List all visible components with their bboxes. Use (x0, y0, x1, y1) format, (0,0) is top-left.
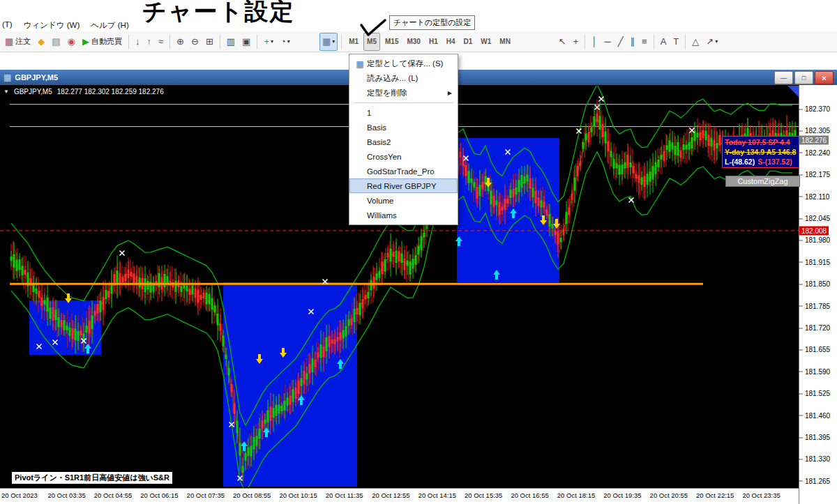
cursor-button[interactable]: ↖ (556, 33, 569, 51)
alert-sound-button[interactable]: ◉ (65, 33, 78, 51)
timeframe-m30[interactable]: M30 (403, 33, 423, 51)
text-label-button[interactable]: T (670, 33, 681, 51)
chart-symbol: GBPJPY,M5 (14, 88, 52, 96)
menu-item-window[interactable]: ウィンドウ (W) (24, 20, 80, 31)
print-button[interactable]: ▤ (49, 33, 63, 51)
timeframe-h1[interactable]: H1 (425, 33, 442, 51)
trendline-button[interactable]: ╱ (615, 33, 626, 51)
symbol-collapse-icon[interactable]: ▼ (3, 89, 9, 95)
toolbar-separator (585, 35, 585, 49)
submenu-arrow-icon: ▶ (448, 90, 452, 96)
menu-item-template-red-river-gbpjpy[interactable]: Red River GBPJPY (349, 178, 458, 193)
bar-chart-button[interactable]: ↓ (133, 33, 143, 51)
minimize-button[interactable]: — (774, 71, 793, 84)
crosshair-button[interactable]: + (571, 33, 582, 51)
menu-item-template-basis2[interactable]: Basis2 (349, 135, 458, 149)
price-axis-label: 181.785 (805, 302, 830, 310)
template-button-caret-icon[interactable]: ▾ (332, 38, 335, 45)
info-line-ls: L-(48.62)S-(137.52) (725, 157, 797, 167)
favorites-button[interactable]: ◆ (35, 33, 47, 51)
close-button[interactable]: × (815, 71, 834, 84)
custom-zigzag-button[interactable]: CustomZigZag (725, 176, 800, 187)
horizontal-line-button[interactable]: ─ (601, 33, 613, 51)
menu-item-label: 1 (367, 109, 452, 117)
template-button-icon: ▦ (322, 37, 331, 46)
arrow-tools-button-icon: ↗ (706, 37, 714, 46)
tile-windows-button[interactable]: ⊞ (203, 33, 216, 51)
annotation-check-icon (359, 18, 388, 38)
alert-sound-button-icon: ◉ (68, 37, 75, 46)
time-axis-label: 20 Oct 06:15 (140, 491, 178, 499)
arrow-tools-button[interactable]: ↗▾ (703, 33, 721, 51)
timeframe-w1[interactable]: W1 (477, 33, 495, 51)
menu-item-template-crossyen[interactable]: CrossYen (349, 149, 458, 164)
text-button[interactable]: A (658, 33, 670, 51)
period-selector-button[interactable]: ◔▾ (278, 33, 293, 51)
menu-item-template-basis[interactable]: Basis (349, 120, 458, 135)
timeframe-h4[interactable]: H4 (443, 33, 459, 51)
menu-item-template-williams[interactable]: Williams (349, 208, 458, 222)
vertical-line-button-icon: │ (591, 37, 597, 46)
menu-item-delete-template[interactable]: 定型を削除▶ (349, 86, 458, 100)
arrow-tools-button-caret-icon[interactable]: ▾ (715, 38, 718, 45)
fibonacci-button[interactable]: ≡ (639, 33, 650, 51)
timeframe-h1-label: H1 (429, 38, 438, 45)
restore-button[interactable]: □ (794, 71, 813, 84)
menu-item-template-godstartrade-pro[interactable]: GodStarTrade_Pro (349, 164, 458, 178)
time-axis-label: 20 Oct 20:55 (650, 491, 688, 499)
time-axis-label: 20 Oct 16:55 (511, 491, 548, 499)
add-indicator-button-caret-icon[interactable]: ▾ (271, 38, 273, 45)
horizontal-line-button-icon: ─ (604, 37, 610, 46)
zoom-out-button[interactable]: ⊖ (188, 33, 202, 51)
menu-item-label: Basis (367, 123, 452, 132)
period-selector-button-caret-icon[interactable]: ▾ (287, 38, 290, 45)
time-axis-label: 20 Oct 04:55 (94, 491, 132, 499)
menu-item-template-volume[interactable]: Volume (349, 193, 458, 208)
price-axis-label: 181.655 (805, 346, 830, 353)
time-axis[interactable]: 20 Oct 202320 Oct 03:3520 Oct 04:5520 Oc… (0, 488, 799, 504)
time-axis-label: 20 Oct 10:15 (279, 491, 317, 499)
menu-item-template-1[interactable]: 1 (349, 105, 458, 120)
toolbar-separator (685, 35, 686, 49)
period-selector-button-icon: ◔ (280, 37, 286, 46)
time-axis-label: 20 Oct 22:15 (696, 491, 734, 499)
candlestick-chart-button-icon: ↑ (146, 37, 151, 46)
menu-item-save-template[interactable]: ▦定型として保存... (S) (349, 56, 458, 71)
time-axis-label: 20 Oct 08:55 (233, 491, 271, 499)
menu-item-help[interactable]: ヘルプ (H) (91, 20, 128, 31)
shapes-button[interactable]: △ (689, 33, 702, 51)
shapes-button-icon: △ (692, 37, 699, 46)
cursor-button-icon: ↖ (559, 37, 566, 46)
chart-ohlc-header: ▼ GBPJPY,M5 182.277 182.302 182.259 182.… (3, 88, 164, 96)
price-axis-label: 181.980 (805, 236, 830, 244)
price-axis-label: 181.525 (805, 390, 830, 397)
auto-scroll-button-icon: ▥ (227, 37, 235, 46)
add-indicator-button[interactable]: +▾ (261, 33, 276, 51)
menu-item-load-template[interactable]: 読み込み... (L) (349, 71, 458, 86)
toolbar-separator (128, 35, 129, 49)
menu-item-t[interactable]: (T) (2, 20, 13, 31)
auto-trading-button[interactable]: ▶自動売買 (80, 33, 125, 51)
menubar: (T) ウィンドウ (W) ヘルプ (H) (2, 20, 129, 31)
price-axis-label: 181.395 (805, 434, 830, 441)
auto-scroll-button[interactable]: ▥ (224, 33, 238, 51)
candlestick-chart-button[interactable]: ↑ (144, 33, 154, 51)
price-axis[interactable]: 182.370182.305182.240182.175182.110182.0… (799, 85, 837, 504)
line-chart-button[interactable]: ≈ (156, 33, 166, 51)
annotation-title: チャート設定 (142, 0, 294, 28)
menu-item-label: Williams (367, 211, 452, 220)
template-button[interactable]: ▦▾ (319, 33, 338, 51)
timeframe-m1-label: M1 (349, 38, 359, 45)
price-axis-label: 182.045 (805, 215, 830, 222)
zoom-in-button[interactable]: ⊕ (174, 33, 187, 51)
new-order-button[interactable]: ▦注文 (2, 33, 33, 51)
chart-window-icon: ▦ (3, 72, 11, 82)
chart-shift-button[interactable]: ▣ (239, 33, 253, 51)
channel-button[interactable]: ∥ (628, 33, 638, 51)
vertical-line-button[interactable]: │ (589, 33, 600, 51)
template-tooltip: チャートの定型の設定 (389, 15, 475, 30)
menu-item-label: GodStarTrade_Pro (367, 167, 452, 176)
timeframe-d1[interactable]: D1 (460, 33, 476, 51)
toolbar-separator (169, 35, 170, 49)
timeframe-mn[interactable]: MN (496, 33, 514, 51)
